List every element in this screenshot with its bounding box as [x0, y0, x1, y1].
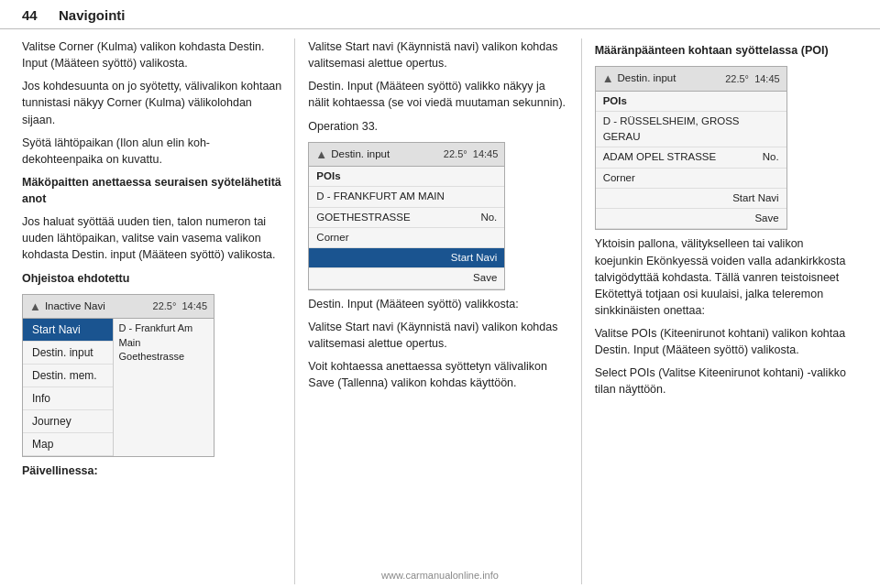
menu-item-destin-mem[interactable]: Destin. mem.: [23, 365, 113, 387]
content-area: Valitse Corner (Kulma) valikon kohdasta …: [0, 38, 880, 584]
destin-input-box2: ▲ Destin. input 22.5° 14:45 POIs D - FRA…: [308, 142, 505, 290]
navi-menu: Start Navi Destin. input Destin. mem. In…: [23, 319, 214, 456]
column-3: Määränpäänteen kohtaan syöttelassa (POI)…: [586, 38, 864, 584]
col1-para2: Jos kohdesuunta on jo syötetty, vä­lival…: [22, 78, 281, 127]
inactive-navi-header: ▲ Inactive Navi 22.5° 14:45: [23, 295, 214, 320]
warning-icon2: ▲: [315, 146, 327, 164]
navi-menu-right: D - Frankfurt Am Main Goethestrasse: [114, 319, 214, 456]
poi-row-frankfurt[interactable]: D - FRANKFURT AM MAIN: [309, 187, 504, 207]
inactive-navi-box: ▲ Inactive Navi 22.5° 14:45 Start Navi D…: [22, 294, 214, 458]
destin-input-header3: ▲ Destin. input 22.5° 14:45: [596, 67, 786, 92]
destin-input-box3: ▲ Destin. input 22.5° 14:45 POIs D - RÜS…: [595, 66, 787, 230]
menu-item-start-navi[interactable]: Start Navi: [23, 319, 113, 342]
page-number: 44: [22, 7, 59, 23]
col1-para3: Syötä lähtöpaikan (Ilon alun elin koh­de…: [22, 135, 281, 168]
col-divider-2: [581, 38, 582, 584]
destin-input-header2: ▲ Destin. input 22.5° 14:45: [309, 143, 504, 168]
poi-row-corner[interactable]: Corner: [309, 228, 504, 248]
destin-input-title2: Destin. input: [331, 147, 390, 162]
navi-menu-left: Start Navi Destin. input Destin. mem. In…: [23, 319, 114, 456]
col1-para4: Jos haluat syöttää uuden tien, talon num…: [22, 213, 281, 263]
col3-para2: Valitse POIs (Kiteenirunot kohtani) vali…: [595, 325, 854, 358]
destin-temp-time2: 22.5° 14:45: [444, 147, 498, 162]
inactive-navi-temp-time: 22.5° 14:45: [153, 299, 207, 314]
dest-city: D - Frankfurt Am Main: [119, 321, 209, 350]
footer-url: www.carmanualonline.info: [381, 570, 499, 581]
poi3-action-save[interactable]: Save: [596, 209, 786, 229]
poi3-row-adam[interactable]: ADAM OPEL STRASSE No.: [596, 147, 786, 168]
menu-item-map[interactable]: Map: [23, 433, 113, 456]
poi3-action-start-navi[interactable]: Start Navi: [596, 189, 786, 209]
col1-section3: Päivellinessa:: [22, 463, 281, 479]
column-1: Valitse Corner (Kulma) valikon kohdasta …: [16, 38, 291, 584]
menu-item-info[interactable]: Info: [23, 387, 113, 410]
destin-input-title3: Destin. input: [618, 71, 676, 86]
page-title: Navigointi: [59, 7, 126, 23]
destin-temp-time3: 22.5° 14:45: [725, 71, 779, 87]
col3-para3: Select POIs (Valitse Kiteenirunot kohtan…: [595, 365, 854, 397]
col1-para1: Valitse Corner (Kulma) valikon kohdasta …: [22, 38, 281, 71]
col2-para1: Valitse Start navi (Käynnistä navi) va­l…: [308, 38, 567, 71]
col2-para6: Voit kohtaessa anettaessa syötte­tyn väl…: [308, 358, 567, 391]
poi3-row-corner[interactable]: Corner: [596, 169, 786, 189]
menu-item-journey[interactable]: Journey: [23, 410, 113, 433]
dest-street: Goethestrasse: [119, 350, 209, 364]
poi-row-goethe[interactable]: GOETHESTRASSE No.: [309, 208, 504, 228]
col3-heading: Määränpäänteen kohtaan syöttelassa (POI): [595, 42, 854, 59]
column-2: Valitse Start navi (Käynnistä navi) va­l…: [299, 38, 577, 584]
col3-para1: Yktoisin pallona, välitykselleen tai val…: [595, 235, 854, 319]
warning-icon3: ▲: [602, 70, 614, 88]
poi-row-header[interactable]: POIs: [309, 167, 504, 187]
page-header: 44 Navigointi: [0, 0, 880, 29]
col2-para3: Operation 33.: [308, 118, 567, 135]
poi-action-save[interactable]: Save: [309, 268, 504, 289]
poi-action-start-navi[interactable]: Start Navi: [309, 248, 504, 268]
col2-para4: Destin. Input (Määteen syöttö) valik­kos…: [308, 296, 567, 312]
col1-section2: Ohjeistoa ehdotettu: [22, 270, 281, 287]
poi3-row-russelsheim[interactable]: D - RÜSSELSHEIM, GROSS GERAU: [596, 112, 786, 148]
warning-icon: ▲: [29, 298, 41, 316]
col2-para2: Destin. Input (Määteen syöttö) valikko n…: [308, 78, 567, 111]
col1-section1: Mäköpaitten anettaessa seuraisen syötelä…: [22, 174, 281, 207]
menu-item-destin-input[interactable]: Destin. input: [23, 342, 113, 365]
inactive-navi-title: Inactive Navi: [45, 299, 105, 314]
col2-para5: Valitse Start navi (Käynnistä navi) va­l…: [308, 319, 567, 352]
poi3-row-header[interactable]: POIs: [596, 92, 786, 112]
col-divider-1: [294, 38, 295, 584]
